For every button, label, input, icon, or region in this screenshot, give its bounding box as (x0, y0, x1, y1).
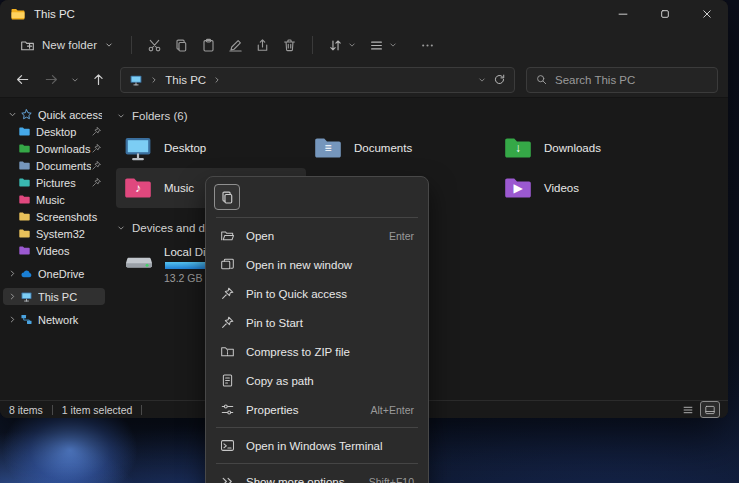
copy-path-icon (220, 373, 235, 388)
music-folder-icon (18, 193, 31, 206)
menu-item-compress-to-zip[interactable]: Compress to ZIP file (210, 337, 424, 366)
forward-button[interactable] (39, 67, 65, 93)
close-button[interactable] (686, 0, 728, 28)
chevron-right-icon[interactable] (6, 291, 19, 302)
menu-item-open-in-windows-terminal[interactable]: Open in Windows Terminal (210, 431, 424, 460)
new-folder-icon (20, 38, 35, 53)
window-title: This PC (34, 8, 75, 20)
menu-item-open-in-new-window[interactable]: Open in new window (210, 250, 424, 279)
sidebar-item-videos[interactable]: Videos (3, 242, 105, 259)
see-more-button[interactable] (414, 32, 441, 58)
folder-tile-downloads[interactable]: ↓ Downloads (496, 128, 686, 168)
pin-icon (91, 160, 102, 171)
rename-icon (228, 38, 243, 53)
chevron-down-icon (347, 40, 357, 50)
documents-folder-icon (18, 159, 31, 172)
hard-drive-icon (122, 246, 156, 276)
this-pc-icon (20, 290, 33, 303)
chevron-right-icon[interactable] (6, 314, 19, 325)
address-dropdown-icon[interactable] (477, 75, 487, 85)
menu-item-pin-to-quick-access[interactable]: Pin to Quick access (210, 279, 424, 308)
folder-tile-videos[interactable]: ▶ Videos (496, 168, 686, 208)
pictures-folder-icon (18, 176, 31, 189)
sidebar-item-quick-access[interactable]: Quick access (3, 106, 105, 123)
sidebar-item-desktop[interactable]: Desktop (3, 123, 105, 140)
refresh-icon[interactable] (493, 73, 506, 86)
context-menu: Open Enter Open in new window Pin to Qui… (205, 176, 429, 483)
this-pc-icon (129, 73, 143, 87)
items-count-label: 8 items (9, 404, 43, 416)
status-divider (141, 405, 142, 415)
toolbar-divider (312, 36, 313, 54)
properties-icon (220, 402, 235, 417)
copy-quick-action-button[interactable] (214, 184, 240, 210)
sidebar-item-documents[interactable]: Documents (3, 157, 105, 174)
chevron-right-icon (212, 75, 222, 85)
breadcrumb[interactable]: This PC (165, 74, 206, 86)
new-folder-button[interactable]: New folder (12, 34, 122, 57)
copy-button[interactable] (168, 32, 195, 58)
menu-item-show-more-options[interactable]: Show more options Shift+F10 (210, 467, 424, 483)
folder-tile-desktop[interactable]: Desktop (116, 128, 306, 168)
sidebar-item-system32[interactable]: System32 (3, 225, 105, 242)
up-icon (91, 72, 106, 87)
paste-button[interactable] (195, 32, 222, 58)
menu-item-pin-to-start[interactable]: Pin to Start (210, 308, 424, 337)
chevron-right-icon (149, 75, 159, 85)
view-button[interactable] (363, 34, 404, 57)
pin-icon (91, 177, 102, 188)
pin-icon (91, 126, 102, 137)
details-view-button[interactable] (679, 402, 697, 417)
search-icon (535, 73, 548, 86)
cut-button[interactable] (141, 32, 168, 58)
address-bar[interactable]: This PC (120, 67, 515, 93)
up-button[interactable] (86, 67, 112, 93)
quick-access-star-icon (20, 108, 33, 121)
sidebar-item-onedrive[interactable]: OneDrive (3, 265, 105, 282)
folders-section-header[interactable]: Folders (6) (116, 106, 728, 126)
chevron-right-icon[interactable] (6, 268, 19, 279)
network-icon (20, 313, 33, 326)
cut-icon (147, 38, 162, 53)
chevron-down-icon[interactable] (6, 109, 19, 120)
downloads-folder-icon (18, 142, 31, 155)
menu-item-properties[interactable]: Properties Alt+Enter (210, 395, 424, 424)
recent-locations-button[interactable] (67, 67, 83, 93)
maximize-button[interactable] (644, 0, 686, 28)
menu-item-copy-as-path[interactable]: Copy as path (210, 366, 424, 395)
zip-icon (220, 344, 235, 359)
search-input[interactable] (555, 74, 709, 86)
sidebar-item-pictures[interactable]: Pictures (3, 174, 105, 191)
minimize-button[interactable] (602, 0, 644, 28)
search-box[interactable] (526, 67, 718, 93)
selection-count-label: 1 item selected (62, 404, 133, 416)
sidebar-item-this-pc[interactable]: This PC (3, 288, 105, 305)
onedrive-cloud-icon (20, 267, 33, 280)
delete-button[interactable] (276, 32, 303, 58)
chevron-down-icon (388, 40, 398, 50)
sort-icon (328, 38, 343, 53)
folder-tile-documents[interactable]: ≡ Documents (306, 128, 496, 168)
sidebar-item-network[interactable]: Network (3, 311, 105, 328)
navigation-pane: Quick access Desktop Downloads Documents (0, 98, 108, 400)
back-icon (15, 72, 30, 87)
minimize-icon (616, 7, 630, 21)
menu-item-open[interactable]: Open Enter (210, 221, 424, 250)
share-button[interactable] (249, 32, 276, 58)
menu-separator (216, 463, 418, 464)
large-thumbnails-view-button[interactable] (701, 402, 719, 417)
sidebar-item-downloads[interactable]: Downloads (3, 140, 105, 157)
sidebar-item-screenshots[interactable]: Screenshots (3, 208, 105, 225)
copy-icon (220, 190, 235, 205)
status-divider (52, 405, 53, 415)
back-button[interactable] (10, 67, 36, 93)
rename-button[interactable] (222, 32, 249, 58)
view-icon (369, 38, 384, 53)
system32-folder-icon (18, 227, 31, 240)
sidebar-item-music[interactable]: Music (3, 191, 105, 208)
title-bar: This PC (0, 0, 728, 28)
chevron-down-icon (70, 75, 80, 85)
chevron-down-icon (116, 223, 126, 233)
context-menu-quick-actions (210, 181, 424, 214)
sort-button[interactable] (322, 34, 363, 57)
